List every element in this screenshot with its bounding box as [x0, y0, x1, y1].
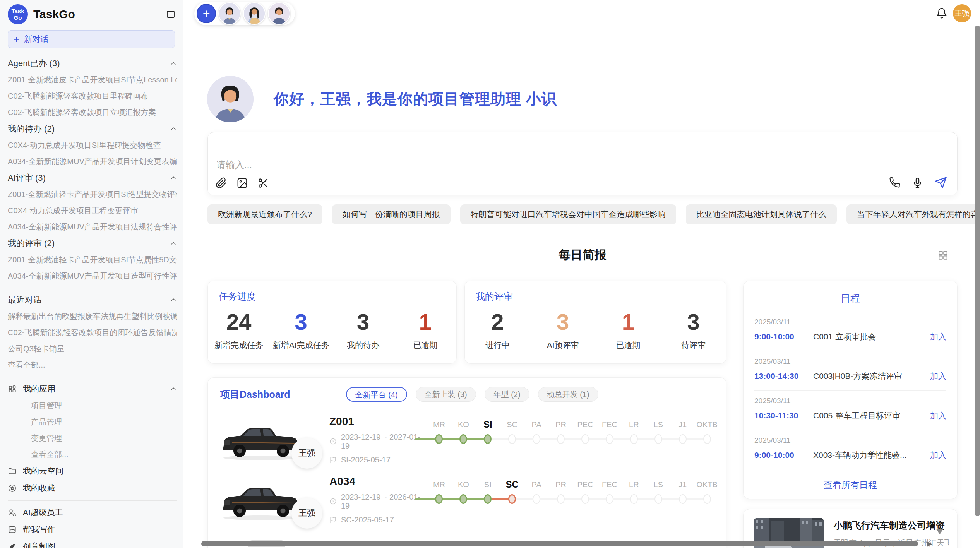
join-meeting-link[interactable]: 加入	[930, 410, 946, 421]
horizontal-scrollbar[interactable]	[201, 541, 918, 546]
project-row-A034[interactable]: 王强 A034 2023-12-19 ~ 2026-01-19 SC-2025-…	[218, 471, 719, 529]
chevron-up-icon[interactable]	[170, 125, 177, 133]
schedule-item[interactable]: 2025/03/11 9:00-10:00 X003-车辆动力学性能验... 加…	[754, 430, 946, 469]
milestone-dot	[581, 434, 589, 444]
sidebar-task-item[interactable]: C02-飞腾新能源轻客改款项目里程碑画布	[8, 88, 177, 104]
join-meeting-link[interactable]: 加入	[930, 331, 946, 342]
suggestion-chip[interactable]: 比亚迪全固态电池计划具体说了什么	[686, 204, 837, 224]
chat-input[interactable]: 请输入...	[207, 132, 958, 195]
milestone-timeline: MR KO SI SC	[427, 418, 719, 462]
chevron-up-icon[interactable]	[170, 385, 177, 393]
milestone-dot	[533, 494, 540, 504]
milestone-dot	[508, 494, 516, 504]
sidebar-tool-write-icon[interactable]: 帮我写作	[8, 521, 177, 538]
app-sub-item[interactable]: 变更管理	[8, 430, 177, 446]
sidebar-item-folder-icon[interactable]: 我的云空间	[8, 462, 177, 480]
schedule-date: 2025/03/11	[754, 436, 946, 445]
scroll-down-arrow-icon[interactable]	[937, 529, 943, 534]
suggestion-chip[interactable]: 如何写一份清晰的项目周报	[332, 204, 451, 224]
scissors-icon[interactable]	[257, 177, 269, 189]
sidebar-task-item[interactable]: C0X4-动力总成开发项目工程变更评审	[8, 202, 177, 219]
mic-icon[interactable]	[912, 177, 923, 188]
add-agent-button[interactable]: +	[197, 4, 216, 23]
chevron-up-icon[interactable]	[170, 174, 177, 182]
suggestion-chip[interactable]: 当下年轻人对汽车外观有怎样的喜好趋势	[846, 204, 980, 224]
attach-icon[interactable]	[216, 177, 227, 189]
clock-icon	[329, 498, 337, 505]
recent-view-all[interactable]: 查看全部...	[8, 357, 177, 373]
join-meeting-link[interactable]: 加入	[930, 371, 946, 382]
join-meeting-link[interactable]: 加入	[930, 450, 946, 461]
sidebar-section-header[interactable]: AI评审 (3)	[8, 170, 177, 186]
sidebar-task-item[interactable]: A034-全新新能源MUV产品开发项目法规符合性评审	[8, 219, 177, 235]
dashboard-filter-pill[interactable]: 动总开发 (1)	[538, 387, 598, 402]
schedule-list: 2025/03/11 9:00-10:00 C001-立项审批会 加入 2025…	[754, 312, 946, 469]
suggestion-chip[interactable]: 特朗普可能对进口汽车增税会对中国车企造成哪些影响	[460, 204, 676, 224]
sidebar-section-header[interactable]: Agent已办 (3)	[8, 55, 177, 72]
app-title: TaskGo	[33, 8, 166, 21]
logo-line1: Task	[11, 8, 24, 14]
agent-avatar-1[interactable]	[218, 2, 241, 25]
milestone-dot	[606, 434, 613, 444]
new-chat-button[interactable]: + 新对话	[8, 30, 175, 48]
schedule-item[interactable]: 2025/03/11 13:00-14:30 C003|H0B-方案冻结评审 加…	[754, 351, 946, 391]
app-sub-item[interactable]: 项目管理	[8, 397, 177, 414]
sidebar-task-item[interactable]: Z001-全新燃油皮卡产品开发项目SI节点Lesson Learn报告	[8, 72, 177, 88]
project-flag: SC-2025-05-17	[341, 515, 394, 524]
sidebar-task-item[interactable]: C0X4-动力总成开发项目SI里程碑提交物检查	[8, 137, 177, 153]
plus-icon: +	[14, 33, 19, 45]
schedule-time: 9:00-10:00	[754, 450, 813, 460]
stat: 3 待评审	[661, 310, 726, 351]
layout-grid-icon[interactable]	[937, 250, 949, 261]
vertical-scrollbar[interactable]	[975, 26, 980, 516]
agent-avatar-3[interactable]	[268, 2, 290, 25]
agent-avatar-bar: +	[194, 2, 295, 25]
project-code: Z001	[329, 415, 421, 428]
people-icon	[8, 508, 17, 517]
sidebar-tool-pen-icon[interactable]: 创意制图	[8, 538, 177, 548]
project-car-image: 王强	[218, 416, 304, 463]
sidebar-task-item[interactable]: Z001-全新燃油轻卡产品开发项目SI造型提交物评审	[8, 186, 177, 202]
phone-icon[interactable]	[889, 177, 900, 188]
brief-card: 任务进度 24 新增完成任务 3 新增AI完成任务 3 我的待办 1 已逾期	[207, 281, 457, 364]
assistant-avatar	[207, 76, 254, 122]
dashboard-filter-pill[interactable]: 年型 (2)	[485, 387, 529, 402]
sidebar-collapse-icon[interactable]	[166, 10, 176, 19]
schedule-item[interactable]: 2025/03/11 10:30-11:30 C005-整车工程目标评审 加入	[754, 391, 946, 430]
recent-chat-item[interactable]: 解释最新出台的欧盟报废车法规再生塑料比例被调至15%...	[8, 308, 177, 324]
milestone-dot	[435, 434, 443, 444]
sidebar-task-item[interactable]: Z001-全新燃油轻卡产品开发项目SI节点属性5D文件评审	[8, 252, 177, 268]
milestone-dot	[606, 494, 613, 504]
suggestion-chip[interactable]: 欧洲新规最近颁布了什么?	[207, 204, 322, 224]
user-avatar[interactable]: 王强	[953, 4, 971, 22]
send-icon[interactable]	[935, 176, 947, 189]
dashboard-filter-pill[interactable]: 全新上装 (3)	[416, 387, 476, 402]
notification-bell-icon[interactable]	[936, 7, 947, 19]
sidebar-task-item[interactable]: C02-飞腾新能源轻客改款项目立项汇报方案	[8, 104, 177, 120]
app-sub-item[interactable]: 产品管理	[8, 414, 177, 430]
sidebar-tool-people-icon[interactable]: AI超级员工	[8, 504, 177, 521]
sidebar-item-star-icon[interactable]: 我的收藏	[8, 480, 177, 497]
sidebar-item-my-apps[interactable]: 我的应用	[8, 380, 177, 397]
image-icon[interactable]	[236, 177, 248, 189]
chevron-up-icon[interactable]	[170, 240, 177, 247]
sidebar-section-header[interactable]: 我的待办 (2)	[8, 120, 177, 137]
dashboard-filter-pill[interactable]: 全新平台 (4)	[346, 387, 407, 402]
pen-icon	[8, 542, 17, 548]
apps-view-all[interactable]: 查看全部...	[8, 446, 177, 462]
milestone-label: SI	[476, 478, 500, 491]
sidebar-section-header[interactable]: 我的评审 (2)	[8, 235, 177, 252]
recent-chat-item[interactable]: C02-飞腾新能源轻客改款项目的闭环通告反馈情况	[8, 324, 177, 341]
sidebar-task-item[interactable]: A034-全新新能源MUV产品开发项目造型可行性评审	[8, 268, 177, 284]
sidebar-task-item[interactable]: A034-全新新能源MUV产品开发项目计划变更表编写	[8, 153, 177, 170]
view-all-schedule-link[interactable]: 查看所有日程	[744, 479, 957, 491]
chevron-up-icon[interactable]	[170, 60, 177, 67]
sidebar-section-header-recent[interactable]: 最近对话	[8, 291, 177, 308]
recent-chat-item[interactable]: 公司Q3轻卡销量	[8, 341, 177, 357]
project-row-Z001[interactable]: 王强 Z001 2023-12-19 ~ 2027-01-19 SI-2025-…	[218, 411, 719, 469]
chevron-up-icon[interactable]	[170, 296, 177, 304]
milestone-dot	[459, 434, 467, 444]
schedule-item[interactable]: 2025/03/11 9:00-10:00 C001-立项审批会 加入	[754, 312, 946, 351]
scroll-right-arrow-icon[interactable]	[927, 541, 932, 547]
agent-avatar-2[interactable]	[243, 2, 266, 25]
